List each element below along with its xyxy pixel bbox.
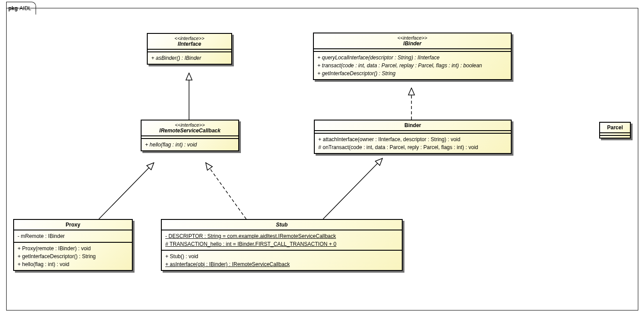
operation: + queryLocalInterface(descriptor : Strin… <box>317 54 507 62</box>
operation: + Proxy(remote : IBinder) : void <box>18 245 128 252</box>
class-name: Stub <box>165 222 398 228</box>
attribute: - DESCRIPTOR : String = com.example.aidl… <box>165 232 398 240</box>
class-iremoteservicecallback: <<interface>> IRemoteServiceCallback + h… <box>141 120 239 151</box>
operation: + hello(flag : int) : void <box>18 260 128 268</box>
class-name: Proxy <box>18 222 128 228</box>
operation: + asBinder() : IBinder <box>148 52 231 64</box>
operation: + getInterfaceDescriptor() : String <box>18 252 128 260</box>
class-name: IInterface <box>151 41 228 47</box>
class-name: IRemoteServiceCallback <box>145 128 235 134</box>
class-name: IBinder <box>317 40 507 47</box>
class-parcel: Parcel <box>599 122 631 139</box>
stereotype: <<interface>> <box>317 35 507 40</box>
operation: + hello(flag : int) : void <box>142 139 238 150</box>
class-name: Parcel <box>604 124 626 131</box>
class-stub: Stub - DESCRIPTOR : String = com.example… <box>161 219 403 271</box>
stereotype: <<interface>> <box>151 36 228 41</box>
operations-empty <box>600 136 630 138</box>
class-ibinder: <<interface>> IBinder + queryLocalInterf… <box>313 33 512 80</box>
operation: # onTransact(code : int, data : Parcel, … <box>318 143 507 151</box>
operation: + attachInterface(owner : IInterface, de… <box>318 135 507 143</box>
class-proxy: Proxy - mRemote : IBinder + Proxy(remote… <box>13 219 133 271</box>
class-iinterface: <<interface>> IInterface + asBinder() : … <box>147 33 232 65</box>
stereotype: <<interface>> <box>145 122 235 128</box>
attribute: # TRANSACTION_hello : int = IBinder.FIRS… <box>165 240 398 248</box>
operation: + Stub() : void <box>165 252 398 260</box>
operation: + transact(code : int, data : Parcel, re… <box>317 62 507 69</box>
class-name: Binder <box>318 122 507 128</box>
class-binder: Binder + attachInterface(owner : IInterf… <box>314 120 512 154</box>
attribute: - mRemote : IBinder <box>18 232 128 240</box>
operation: + getInterfaceDescriptor() : String <box>317 69 507 77</box>
operation: + asInterface(obj : IBinder) : IRemoteSe… <box>165 260 398 268</box>
